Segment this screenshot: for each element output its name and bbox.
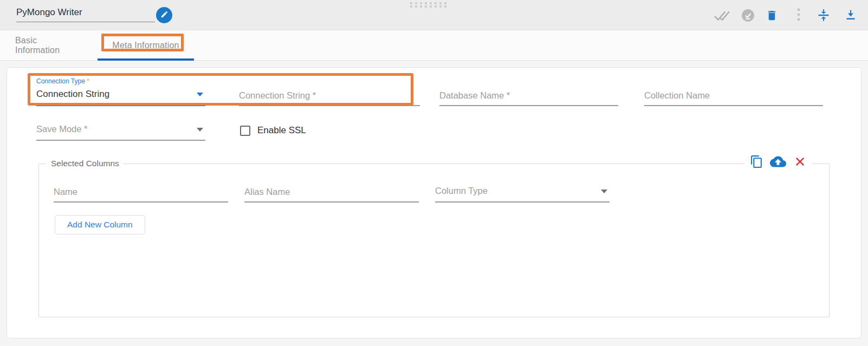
pencil-icon (160, 10, 169, 20)
meta-information-panel: Connection Type * Connection String (7, 67, 861, 338)
download-icon[interactable] (844, 6, 857, 24)
database-name-input[interactable] (439, 89, 618, 101)
content-area: Connection Type * Connection String (0, 61, 868, 346)
selected-columns-actions (744, 149, 812, 174)
tab-meta-information[interactable]: Meta Information (98, 30, 194, 60)
chevron-down-icon (197, 128, 203, 132)
column-name-input[interactable] (54, 186, 228, 198)
alias-name-input[interactable] (244, 186, 419, 198)
selected-columns-legend: Selected Columns (47, 159, 124, 168)
connection-string-input[interactable] (239, 89, 420, 101)
chevron-down-icon (197, 93, 203, 96)
column-name-field (54, 186, 228, 203)
header-actions (714, 0, 857, 30)
enable-ssl-label: Enable SSL (257, 125, 306, 136)
add-new-column-button[interactable]: Add New Column (55, 215, 145, 234)
enable-ssl-checkbox[interactable] (240, 126, 250, 136)
connection-type-label: Connection Type * (36, 77, 205, 85)
delete-icon[interactable] (766, 6, 778, 24)
collection-name-input[interactable] (644, 89, 823, 101)
tab-basic-information[interactable]: Basic Information (15, 30, 82, 60)
enable-ssl-option: Enable SSL (240, 125, 306, 136)
database-name-field (439, 89, 618, 106)
edit-title-button[interactable] (156, 7, 172, 23)
connection-type-select[interactable]: Connection Type * Connection String (36, 77, 205, 106)
selected-columns-section: Selected Columns (38, 159, 830, 317)
approve-circle-icon[interactable] (741, 6, 755, 24)
more-options-icon[interactable] (796, 6, 801, 24)
save-mode-select[interactable]: Save Mode * (36, 124, 205, 141)
component-title-input[interactable] (16, 5, 155, 22)
validate-icon[interactable] (714, 6, 730, 24)
column-type-select[interactable]: Column Type (435, 186, 610, 203)
connection-string-field (239, 89, 420, 106)
collection-name-field (644, 89, 823, 106)
remove-icon[interactable] (787, 149, 812, 174)
tab-bar: Basic Information Meta Information (0, 30, 868, 61)
collapse-icon[interactable] (817, 6, 830, 24)
connection-type-value: Connection String (36, 89, 205, 101)
required-asterisk: * (87, 77, 89, 85)
drag-handle[interactable] (410, 2, 449, 9)
chevron-down-icon (601, 190, 607, 193)
pymongo-writer-config-window: Basic Information Meta Information Conne… (0, 0, 868, 346)
alias-name-field (244, 186, 419, 203)
header-bar (0, 0, 868, 30)
